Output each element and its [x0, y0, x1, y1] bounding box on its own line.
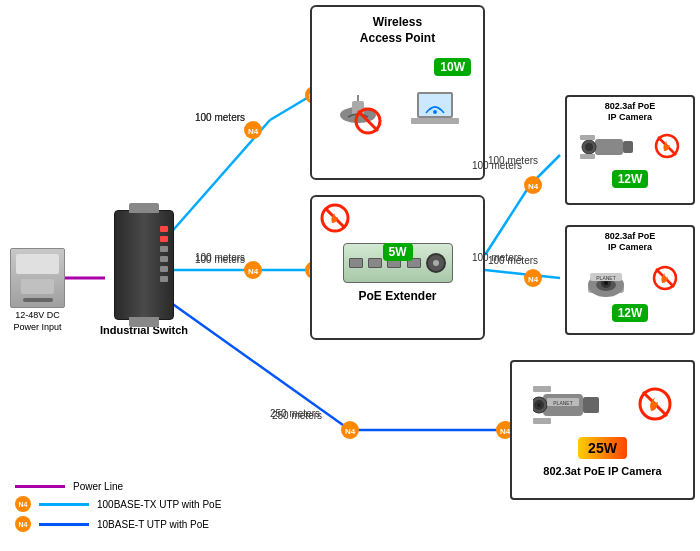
svg-line-2 — [270, 95, 312, 120]
svg-line-29 — [358, 111, 378, 131]
power-supply: 12-48V DC Power Input — [10, 248, 65, 333]
poe-port-2 — [368, 258, 382, 268]
switch-port-5 — [160, 266, 168, 272]
cam2-content: PLANET — [571, 257, 689, 299]
legend-poe2: N4 10BASE-T UTP with PoE — [15, 516, 221, 532]
dist-label-cam3: 250 meters — [272, 410, 322, 421]
no-sign-cam2 — [652, 265, 678, 291]
no-sign-cam3 — [638, 387, 672, 421]
legend-power-label: Power Line — [73, 481, 123, 492]
svg-rect-58 — [533, 386, 551, 392]
legend-power-line — [15, 485, 65, 488]
svg-text:PLANET: PLANET — [596, 275, 615, 281]
power-supply-label: 12-48V DC Power Input — [13, 310, 61, 333]
dist-label-cam2: 100 meters — [472, 252, 522, 263]
legend-power: Power Line — [15, 481, 221, 492]
camera-box-2: 802.3af PoE IP Camera PLANET — [565, 225, 695, 335]
svg-rect-59 — [533, 418, 551, 424]
svg-text:PLANET: PLANET — [553, 400, 572, 406]
svg-rect-37 — [623, 141, 633, 153]
svg-point-57 — [537, 403, 541, 407]
svg-point-13 — [244, 261, 262, 279]
wap-watt-badge: 10W — [434, 58, 471, 76]
legend-poe1: N4 100BASE-TX UTP with PoE — [15, 496, 221, 512]
svg-rect-40 — [580, 135, 595, 140]
camera-box-3: PLANET 25W 802.3at PoE IP Camera — [510, 360, 695, 500]
svg-rect-32 — [411, 118, 459, 124]
svg-text:N4: N4 — [528, 182, 539, 191]
legend-badge-n4-2: N4 — [15, 516, 31, 532]
cam2-watt-badge: 12W — [612, 304, 649, 322]
dist-label-cam1: 100 meters — [472, 160, 522, 171]
svg-text:N4: N4 — [248, 267, 259, 276]
cam1-title: 802.3af PoE IP Camera — [605, 101, 656, 123]
svg-point-17 — [524, 176, 542, 194]
legend-poe2-label: 10BASE-T UTP with PoE — [97, 519, 209, 530]
poe-extender-title: PoE Extender — [358, 289, 436, 303]
bullet-camera-icon-3: PLANET — [533, 376, 608, 431]
poe-watt-badge: 5W — [383, 243, 413, 261]
svg-point-39 — [585, 143, 593, 151]
laptop-icon — [409, 90, 461, 132]
svg-line-8 — [485, 270, 560, 278]
svg-rect-36 — [595, 139, 623, 155]
switch-port-6 — [160, 276, 168, 282]
legend-badge-n4-1: N4 — [15, 496, 31, 512]
switch-port-1 — [160, 226, 168, 232]
svg-point-33 — [433, 110, 437, 114]
industrial-switch: Industrial Switch — [100, 210, 188, 336]
switch-port-4 — [160, 256, 168, 262]
no-sign-ap — [354, 107, 382, 135]
no-sign-cam1 — [654, 133, 680, 159]
cam2-title: 802.3af PoE IP Camera — [605, 231, 656, 253]
svg-text:N4: N4 — [248, 127, 259, 136]
switch-device — [114, 210, 174, 320]
svg-text:N4: N4 — [528, 275, 539, 284]
diagram-canvas: N4 N4 N4 N4 N4 N4 N4 N4 100 meters 100 m… — [0, 0, 700, 551]
power-supply-device — [10, 248, 65, 308]
svg-text:N4: N4 — [345, 427, 356, 436]
cam1-content — [571, 127, 689, 165]
svg-line-6 — [485, 185, 530, 255]
wap-title: Wireless Access Point — [360, 15, 435, 46]
dist-label-poe: 100 meters — [195, 254, 245, 265]
poe-port-1 — [349, 258, 363, 268]
svg-rect-41 — [580, 154, 595, 159]
legend-poe2-line — [39, 523, 89, 526]
cam3-title: 802.3at PoE IP Camera — [543, 465, 661, 477]
poe-extender-box: 5W PoE Extender — [310, 195, 485, 340]
switch-port-2 — [160, 236, 168, 242]
svg-point-48 — [604, 281, 608, 285]
dist-label-wap: 100 meters — [195, 112, 245, 123]
svg-point-19 — [524, 269, 542, 287]
wap-box: Wireless Access Point — [310, 5, 485, 180]
cam3-watt-badge: 25W — [578, 437, 627, 459]
switch-ports — [160, 226, 168, 282]
no-sign-poe — [320, 203, 350, 233]
cam1-watt-badge: 12W — [612, 170, 649, 188]
svg-rect-54 — [583, 397, 599, 413]
legend: Power Line N4 100BASE-TX UTP with PoE N4… — [15, 481, 221, 536]
camera-box-1: 802.3af PoE IP Camera 12W — [565, 95, 695, 205]
legend-poe1-label: 100BASE-TX UTP with PoE — [97, 499, 221, 510]
legend-poe1-line — [39, 503, 89, 506]
bullet-camera-icon-1 — [580, 127, 635, 165]
dome-camera-icon: PLANET — [582, 257, 630, 299]
svg-point-9 — [244, 121, 262, 139]
svg-point-21 — [341, 421, 359, 439]
switch-port-3 — [160, 246, 168, 252]
